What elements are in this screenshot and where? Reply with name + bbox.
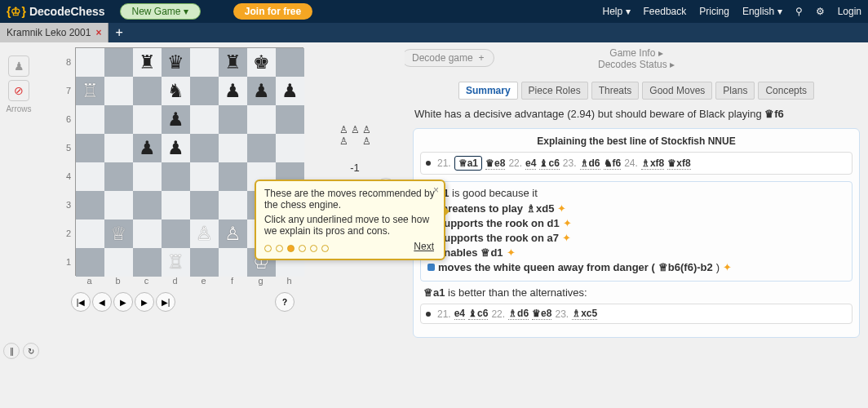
move[interactable]: ♛e8 xyxy=(532,308,551,320)
reason[interactable]: enables ♕d1 ✦ xyxy=(427,246,845,259)
square-a3[interactable] xyxy=(76,191,104,220)
square-c4[interactable] xyxy=(133,162,162,191)
game-tab[interactable]: Kramnik Leko 2001 × xyxy=(0,23,108,42)
square-d1[interactable]: ♖ xyxy=(162,248,190,277)
move[interactable]: ♞f6 xyxy=(604,157,622,170)
square-g8[interactable]: ♚ xyxy=(247,48,276,77)
square-a8[interactable] xyxy=(76,48,104,77)
join-free-button[interactable]: Join for free xyxy=(233,3,312,20)
move[interactable]: e4 xyxy=(525,157,536,170)
square-a6[interactable] xyxy=(76,105,104,134)
tooltip-next-button[interactable]: Next xyxy=(414,241,434,252)
square-d3[interactable] xyxy=(162,191,190,220)
game-info-link[interactable]: Game Info ▸ xyxy=(609,47,662,59)
move[interactable]: ♗xc5 xyxy=(572,308,597,320)
move[interactable]: ♛e8 xyxy=(485,157,505,170)
square-b1[interactable] xyxy=(104,248,133,277)
move[interactable]: ♝c6 xyxy=(468,308,488,320)
square-b6[interactable] xyxy=(104,105,133,134)
move[interactable]: ♗xf8 xyxy=(641,157,664,170)
feedback-link[interactable]: Feedback xyxy=(644,6,687,17)
move[interactable]: ♗d6 xyxy=(508,308,529,320)
square-c7[interactable] xyxy=(133,77,162,105)
login-link[interactable]: Login xyxy=(838,6,861,17)
square-f3[interactable] xyxy=(219,191,247,220)
tab-concepts[interactable]: Concepts xyxy=(758,82,814,100)
square-f2[interactable]: ♙ xyxy=(219,220,247,248)
square-e5[interactable] xyxy=(190,134,219,162)
square-b8[interactable] xyxy=(104,48,133,77)
square-f8[interactable]: ♜ xyxy=(219,48,247,77)
nav-last-button[interactable]: ▶| xyxy=(156,292,175,312)
square-f1[interactable] xyxy=(219,248,247,277)
nav-first-button[interactable]: |◀ xyxy=(71,292,91,312)
reason[interactable]: supports the rook on d1 ✦ xyxy=(427,217,845,229)
square-a2[interactable] xyxy=(76,220,104,248)
reason[interactable]: supports the rook on a7 ✦ xyxy=(427,232,845,244)
square-b3[interactable] xyxy=(104,191,133,220)
square-e3[interactable] xyxy=(190,191,219,220)
nav-play-button[interactable]: ▶ xyxy=(113,292,133,312)
square-d7[interactable]: ♞ xyxy=(162,77,190,105)
tab-plans[interactable]: Plans xyxy=(715,82,755,100)
square-a1[interactable] xyxy=(76,248,104,277)
square-c3[interactable] xyxy=(133,191,162,220)
pawn-icon[interactable]: ♟ xyxy=(8,55,29,77)
square-g6[interactable] xyxy=(247,105,276,134)
square-c8[interactable]: ♜ xyxy=(133,48,162,77)
add-tab-button[interactable]: + xyxy=(108,25,129,40)
square-e2[interactable]: ♙ xyxy=(190,220,219,248)
move[interactable]: e4 xyxy=(454,308,465,320)
square-h6[interactable] xyxy=(276,105,304,134)
square-c2[interactable] xyxy=(133,220,162,248)
move[interactable]: ♗d6 xyxy=(580,157,600,170)
gear-icon[interactable]: ⚙ xyxy=(816,6,825,17)
square-e6[interactable] xyxy=(190,105,219,134)
square-b5[interactable] xyxy=(104,134,133,162)
tab-summary[interactable]: Summary xyxy=(458,82,518,100)
help-button[interactable]: ? xyxy=(275,292,294,312)
move[interactable]: ♕a1 xyxy=(454,156,482,171)
pricing-link[interactable]: Pricing xyxy=(699,6,729,17)
square-c6[interactable] xyxy=(133,105,162,134)
square-e1[interactable] xyxy=(190,248,219,277)
share-icon[interactable]: ⚲ xyxy=(795,6,803,17)
square-f4[interactable] xyxy=(219,162,247,191)
tab-piece-roles[interactable]: Piece Roles xyxy=(521,82,588,100)
square-e7[interactable] xyxy=(190,77,219,105)
new-game-button[interactable]: New Game ▾ xyxy=(120,3,201,20)
square-b2[interactable]: ♕ xyxy=(104,220,133,248)
close-tab-icon[interactable]: × xyxy=(95,27,101,38)
square-e8[interactable] xyxy=(190,48,219,77)
square-h5[interactable] xyxy=(276,134,304,162)
pause-icon[interactable]: ‖ xyxy=(3,343,20,359)
reason[interactable]: threatens to play ♗xd5 ✦ xyxy=(427,202,845,215)
reason[interactable]: moves the white queen away from danger (… xyxy=(427,261,845,273)
tooltip-close-icon[interactable]: × xyxy=(433,184,439,196)
square-f6[interactable] xyxy=(219,105,247,134)
tab-good-moves[interactable]: Good Moves xyxy=(642,82,712,100)
decodes-status-link[interactable]: Decodes Status ▸ xyxy=(598,59,675,70)
square-b4[interactable] xyxy=(104,162,133,191)
square-h8[interactable] xyxy=(276,48,304,77)
nav-prev-button[interactable]: ◀ xyxy=(92,292,112,312)
square-h7[interactable]: ♟ xyxy=(276,77,304,105)
square-d6[interactable]: ♟ xyxy=(162,105,190,134)
square-g5[interactable] xyxy=(247,134,276,162)
decode-game-button[interactable]: Decode game + xyxy=(405,49,494,67)
move[interactable]: ♝c6 xyxy=(539,157,559,170)
square-b7[interactable] xyxy=(104,77,133,105)
help-menu[interactable]: Help ▾ xyxy=(603,6,631,17)
move[interactable]: ♛xf8 xyxy=(667,157,690,170)
square-f7[interactable]: ♟ xyxy=(219,77,247,105)
square-a4[interactable] xyxy=(76,162,104,191)
square-e4[interactable] xyxy=(190,162,219,191)
square-a5[interactable] xyxy=(76,134,104,162)
square-g7[interactable]: ♟ xyxy=(247,77,276,105)
square-d4[interactable] xyxy=(162,162,190,191)
square-d8[interactable]: ♛ xyxy=(162,48,190,77)
advantage-move[interactable]: ♛f6 xyxy=(764,108,784,120)
square-a7[interactable]: ♖ xyxy=(76,77,104,105)
square-d5[interactable]: ♟ xyxy=(162,134,190,162)
language-menu[interactable]: English ▾ xyxy=(742,6,782,17)
